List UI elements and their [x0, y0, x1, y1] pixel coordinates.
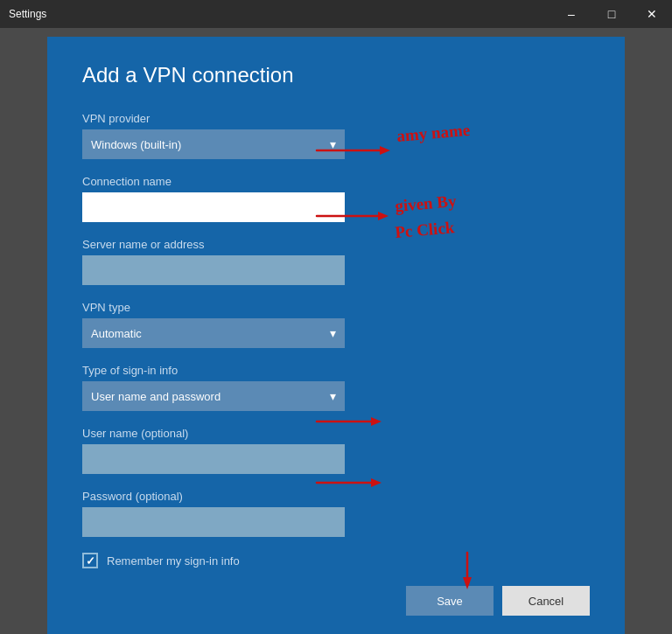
password-input[interactable]	[82, 507, 345, 537]
vpn-type-label: VPN type	[82, 301, 590, 314]
vpn-type-select[interactable]: Automatic	[82, 318, 345, 348]
maximize-button[interactable]: □	[592, 0, 632, 28]
cancel-button[interactable]: Cancel	[502, 586, 590, 616]
close-button[interactable]: ✕	[632, 0, 672, 28]
svg-marker-8	[371, 417, 382, 426]
vpn-type-field: VPN type Automatic	[82, 301, 590, 348]
sign-in-type-select[interactable]: User name and password	[82, 381, 345, 411]
remember-signin-row: Remember my sign-in info	[82, 553, 590, 568]
vpn-provider-label: VPN provider	[82, 112, 590, 125]
username-label: User name (optional)	[82, 427, 590, 440]
connection-name-input[interactable]	[82, 192, 345, 222]
button-row: Save Cancel	[82, 586, 590, 616]
save-button[interactable]: Save	[406, 586, 494, 616]
minimize-button[interactable]: –	[551, 0, 592, 28]
sign-in-type-select-wrapper: User name and password	[82, 381, 345, 411]
vpn-settings-window: Add a VPN connection VPN provider Window…	[47, 37, 625, 634]
server-name-field: Server name or address	[82, 238, 590, 285]
password-label: Password (optional)	[82, 490, 590, 503]
titlebar: Settings – □ ✕	[0, 0, 672, 28]
connection-name-field: Connection name	[82, 175, 590, 222]
password-field: Password (optional)	[82, 490, 590, 537]
svg-marker-10	[371, 478, 382, 487]
username-input[interactable]	[82, 444, 345, 474]
vpn-provider-field: VPN provider Windows (built-in)	[82, 112, 590, 159]
remember-signin-label: Remember my sign-in info	[107, 554, 240, 568]
server-name-input[interactable]	[82, 255, 345, 285]
username-field: User name (optional)	[82, 427, 590, 474]
remember-signin-checkbox[interactable]	[82, 553, 98, 568]
vpn-provider-select[interactable]: Windows (built-in)	[82, 129, 345, 159]
vpn-type-select-wrapper: Automatic	[82, 318, 345, 348]
titlebar-controls: – □ ✕	[551, 0, 672, 28]
server-name-label: Server name or address	[82, 238, 590, 251]
sign-in-type-label: Type of sign-in info	[82, 364, 590, 377]
page-title: Add a VPN connection	[82, 63, 590, 87]
titlebar-title: Settings	[9, 8, 46, 20]
vpn-provider-select-wrapper: Windows (built-in)	[82, 129, 345, 159]
sign-in-type-field: Type of sign-in info User name and passw…	[82, 364, 590, 411]
connection-name-label: Connection name	[82, 175, 590, 188]
